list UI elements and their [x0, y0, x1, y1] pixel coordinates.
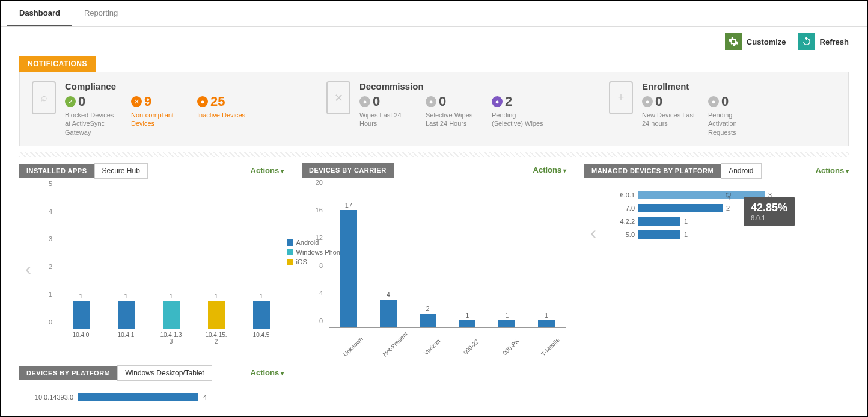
widget-filter[interactable]: Android — [721, 163, 761, 179]
y-tick: 5 — [49, 180, 52, 187]
hbar-bar — [638, 217, 680, 226]
widget-title: MANAGED DEVICES BY PLATFORM — [584, 164, 721, 178]
metric-wipes[interactable]: ●0 Wipes Last 24 Hours — [359, 94, 414, 128]
metric-label: Selective Wipes Last 24 Hours — [426, 111, 480, 128]
y-tick: 20 — [316, 179, 323, 186]
metric-value: 0 — [78, 94, 85, 110]
hbar-row[interactable]: 10.0.14393.0 4 — [19, 393, 284, 401]
compliance-title: Compliance — [65, 81, 302, 91]
tab-reporting[interactable]: Reporting — [72, 1, 130, 26]
metric-value: 0 — [373, 94, 380, 110]
dot-icon: ● — [492, 96, 503, 107]
hbar-row[interactable]: 4.2.21 — [608, 217, 849, 226]
gear-icon — [725, 33, 742, 50]
metric-noncompliant[interactable]: ✕9 Non-compliant Devices — [131, 94, 185, 137]
metric-value: 25 — [210, 94, 225, 110]
bar[interactable] — [380, 300, 397, 327]
customize-button[interactable]: Customize — [725, 33, 786, 50]
hbar-value: 1 — [680, 218, 688, 225]
metric-value: 9 — [144, 94, 151, 110]
bar[interactable] — [420, 314, 436, 327]
metric-selective-wipes[interactable]: ●0 Selective Wipes Last 24 Hours — [426, 94, 480, 128]
bar[interactable] — [208, 301, 225, 329]
x-label: 000-22 — [459, 335, 482, 358]
hbar-bar — [78, 393, 198, 401]
phone-plus-icon: + — [609, 81, 633, 114]
metric-inactive[interactable]: ●25 Inactive Devices — [197, 94, 245, 137]
bar-value: 1 — [259, 292, 263, 300]
refresh-button[interactable]: Refresh — [798, 33, 849, 50]
divider — [19, 152, 849, 157]
hbar-row[interactable]: 7.02 — [608, 204, 849, 212]
metric-label: Pending (Selective) Wipes — [492, 111, 546, 128]
dot-icon: ● — [426, 96, 436, 107]
bar[interactable] — [538, 320, 555, 327]
legend-swatch — [287, 239, 293, 246]
metric-new-devices[interactable]: ●0 New Devices Last 24 hours — [642, 94, 696, 137]
hbar-row[interactable]: 5.01 — [608, 230, 849, 239]
metric-label: Non-compliant Devices — [131, 111, 185, 128]
metric-pending-wipes[interactable]: ●2 Pending (Selective) Wipes — [492, 94, 546, 128]
actions-dropdown[interactable]: Actions — [816, 166, 849, 175]
metric-pending-activation[interactable]: ●0 Pending Activation Requests — [708, 94, 762, 137]
phone-x-icon: ✕ — [326, 81, 350, 114]
tab-dashboard[interactable]: Dashboard — [7, 1, 72, 26]
bar[interactable] — [253, 301, 270, 329]
y-tick: 1 — [49, 291, 52, 298]
widget-installed-apps: INSTALLED APPS Secure Hub Actions ‹ 0 1 … — [19, 163, 284, 353]
warn-icon: ● — [197, 96, 208, 107]
hbar-label: 4.2.2 — [608, 218, 638, 225]
chart-prev-icon[interactable]: ‹ — [584, 185, 602, 281]
metric-value: 0 — [721, 94, 729, 110]
metric-label: Pending Activation Requests — [708, 111, 762, 137]
widget-filter[interactable]: Secure Hub — [94, 163, 148, 179]
chart-tooltip: 42.85% 6.0.1 — [744, 197, 795, 226]
tooltip-percent: 42.85% — [751, 202, 787, 214]
bar[interactable] — [459, 320, 475, 327]
y-tick: 4 — [49, 208, 52, 215]
bar-value: 4 — [387, 291, 390, 298]
metric-label: Blocked Devices at ActiveSync Gateway — [65, 111, 119, 137]
actions-dropdown[interactable]: Actions — [533, 165, 566, 175]
bar-value: 1 — [79, 292, 82, 300]
x-label: 10.4.15.2 — [204, 329, 228, 353]
bar-value: 1 — [124, 292, 127, 300]
customize-label: Customize — [747, 37, 786, 46]
x-label: 10.4.5 — [249, 329, 274, 353]
hbar-value: 2 — [723, 205, 730, 212]
notifications-label: NOTIFICATIONS — [19, 56, 96, 72]
bar-value: 1 — [505, 312, 509, 319]
widget-filter[interactable]: Windows Desktop/Tablet — [117, 365, 212, 381]
legend-swatch — [287, 259, 293, 265]
x-label: Unknown — [340, 335, 364, 358]
metric-value: 0 — [439, 94, 446, 110]
x-label: 10.4.0 — [69, 329, 93, 353]
tooltip-version: 6.0.1 — [751, 214, 787, 221]
bar[interactable] — [340, 210, 357, 327]
hbar-bar — [638, 230, 680, 239]
actions-dropdown[interactable]: Actions — [251, 166, 284, 175]
y-tick: 16 — [316, 206, 323, 214]
metric-label: Wipes Last 24 Hours — [359, 111, 414, 128]
bar[interactable] — [163, 301, 180, 329]
widget-managed-devices: MANAGED DEVICES BY PLATFORM Android Acti… — [584, 163, 849, 281]
y-tick: 0 — [319, 317, 323, 324]
bar[interactable] — [118, 301, 135, 329]
bar-value: 1 — [545, 312, 548, 319]
x-label: 10.4.1 — [114, 329, 138, 353]
metric-label: Inactive Devices — [197, 111, 245, 119]
chart-prev-icon[interactable]: ‹ — [19, 185, 37, 353]
widget-devices-by-carrier: DEVICES BY CARRIER Actions 0 4 8 12 16 2… — [302, 163, 566, 352]
bar[interactable] — [73, 301, 90, 329]
y-tick: 0 — [49, 318, 52, 326]
actions-dropdown[interactable]: Actions — [251, 368, 284, 377]
bar[interactable] — [498, 320, 515, 327]
dot-icon: ● — [708, 96, 719, 107]
y-tick: 8 — [319, 262, 323, 269]
metric-blocked-devices[interactable]: ✓0 Blocked Devices at ActiveSync Gateway — [65, 94, 119, 137]
x-label: T-Mobile — [538, 335, 561, 358]
hbar-label: 7.0 — [608, 205, 638, 212]
y-tick: 4 — [319, 289, 323, 297]
hbar-label: 5.0 — [608, 231, 638, 238]
x-label: 000-PK — [498, 335, 522, 358]
